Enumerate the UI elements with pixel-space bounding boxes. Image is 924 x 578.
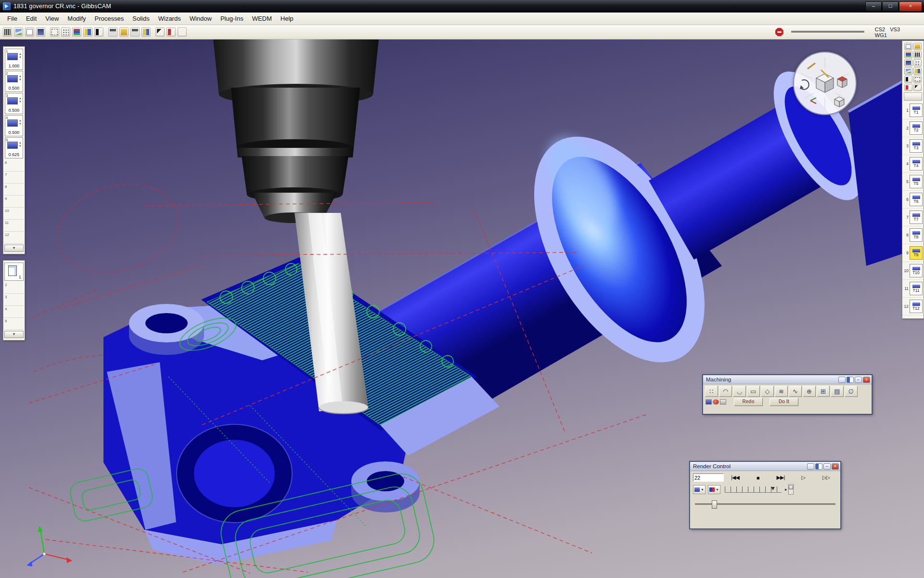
cs-list-icon[interactable]: [904, 51, 912, 58]
profiler-icon[interactable]: [913, 76, 922, 83]
tool-row[interactable]: 6T6: [902, 191, 924, 209]
menu-solids[interactable]: Solids: [128, 13, 154, 24]
spinner-icon[interactable]: ▲▼: [19, 119, 22, 126]
layers-icon[interactable]: [72, 27, 81, 37]
menu-wizards[interactable]: Wizards: [154, 13, 185, 24]
color-swatch-icon[interactable]: [83, 27, 92, 37]
close-button[interactable]: ×: [899, 1, 922, 12]
simulate-icon[interactable]: [904, 76, 912, 83]
tool-tile[interactable]: T8: [910, 228, 923, 242]
snap-grid-icon[interactable]: [61, 27, 70, 37]
step-arrow-icon[interactable]: ▸: [785, 487, 787, 492]
tool-row[interactable]: 3T3: [902, 137, 924, 155]
jump-start-button[interactable]: |◀◀: [724, 474, 746, 481]
help-icon[interactable]: [913, 84, 922, 91]
play-button[interactable]: ▷: [792, 474, 815, 481]
process-slot[interactable]: 8: [4, 184, 24, 196]
cs-slot[interactable]: 5: [4, 318, 24, 330]
spinner-icon[interactable]: ▲▼: [19, 53, 22, 59]
scroll-down-button[interactable]: ▼: [4, 331, 24, 338]
process-slot[interactable]: 10: [4, 208, 24, 220]
tool-tile[interactable]: T7: [910, 210, 923, 224]
body-bag-icon[interactable]: [904, 67, 912, 75]
palette-close-button[interactable]: ×: [863, 377, 870, 383]
roughing-icon[interactable]: ◡: [733, 386, 746, 397]
operations-icon[interactable]: [913, 59, 922, 66]
pocket-icon[interactable]: ▭: [747, 386, 760, 397]
window-titlebar[interactable]: 1831 governor CR.vnc - GibbsCAM – □ ×: [0, 0, 924, 13]
palette-minimize-button[interactable]: –: [823, 463, 831, 470]
menu-plugins[interactable]: Plug-Ins: [216, 13, 248, 24]
process-slot[interactable]: 11: [4, 220, 24, 232]
spinner-icon[interactable]: ▲▼: [19, 97, 22, 104]
print-icon[interactable]: [108, 27, 117, 37]
progress-handle[interactable]: [712, 500, 717, 509]
help-arrow-icon[interactable]: [178, 27, 187, 37]
spinner-icon[interactable]: ▲▼: [19, 75, 22, 81]
save-icon[interactable]: [36, 27, 45, 37]
spinner-icon[interactable]: ▲▼: [19, 141, 22, 148]
process-tile[interactable]: 4 ▲▼ 0.500: [5, 115, 23, 136]
threading-icon[interactable]: ≋: [775, 386, 788, 397]
contrast-icon[interactable]: [94, 27, 103, 37]
process-slot[interactable]: 12: [4, 232, 24, 244]
machining-palette-titlebar[interactable]: Machining – ×: [703, 375, 872, 384]
stop-op-icon[interactable]: [713, 399, 719, 405]
tool-row[interactable]: 2T2: [902, 119, 924, 137]
progress-slider[interactable]: [695, 499, 835, 508]
quality-slider[interactable]: [788, 484, 794, 495]
tool-tile[interactable]: T10: [910, 264, 923, 277]
menu-edit[interactable]: Edit: [22, 13, 41, 24]
tool-row[interactable]: 4T4: [902, 155, 924, 173]
palette-close-button[interactable]: ×: [832, 463, 839, 470]
tile-filter-button[interactable]: [904, 92, 922, 101]
redo-button[interactable]: Redo: [734, 398, 763, 406]
scroll-down-button[interactable]: ▼: [4, 245, 24, 252]
vop-icon[interactable]: ▤: [831, 386, 844, 397]
holes-icon[interactable]: ∷: [705, 386, 718, 397]
gibbscam-app-icon[interactable]: [3, 2, 11, 10]
toolpath-display-menu[interactable]: ▼: [708, 485, 720, 494]
process-slot[interactable]: 7: [4, 171, 24, 184]
dock-icon[interactable]: [807, 463, 814, 470]
menu-file[interactable]: File: [3, 13, 22, 24]
tool-row[interactable]: 8T8: [902, 226, 924, 244]
palette-icon[interactable]: [141, 27, 151, 37]
tool-tile[interactable]: T12: [910, 300, 923, 313]
tool-row[interactable]: 1T1: [902, 102, 924, 119]
printer-small-icon[interactable]: [130, 27, 140, 37]
cs-tile[interactable]: 1: [4, 263, 24, 281]
render-op-icon[interactable]: [720, 399, 726, 405]
tool-tile[interactable]: T6: [910, 193, 923, 206]
process-slot[interactable]: 9: [4, 196, 24, 208]
marquee-icon[interactable]: [50, 27, 59, 37]
process-tile[interactable]: 5 ▲▼ 0.625: [5, 137, 23, 158]
process-tile[interactable]: 1 ▲▼ 1.000: [5, 49, 23, 70]
toolbar-slider[interactable]: [791, 31, 864, 33]
document-icon[interactable]: [25, 27, 34, 37]
frame-number-input[interactable]: [693, 473, 724, 482]
plugins-icon[interactable]: [904, 84, 912, 91]
minimize-button[interactable]: –: [865, 1, 882, 12]
tool-tile[interactable]: T1: [910, 104, 923, 117]
tool-row[interactable]: 7T7: [902, 209, 924, 226]
new-part-icon[interactable]: [904, 43, 912, 50]
tool-tile[interactable]: T11: [910, 282, 923, 295]
view-cube-widget[interactable]: [793, 52, 857, 115]
do-it-button[interactable]: Do It: [770, 398, 798, 406]
tool-row[interactable]: 10T10: [902, 262, 924, 280]
tool-tile[interactable]: T2: [910, 121, 923, 135]
menu-wedm[interactable]: WEDM: [248, 13, 276, 24]
folder-icon[interactable]: [119, 27, 128, 37]
flowline-icon[interactable]: ∿: [789, 386, 802, 397]
menu-window[interactable]: Window: [185, 13, 216, 24]
maximize-button[interactable]: □: [882, 1, 898, 12]
surfacing-icon[interactable]: ◇: [761, 386, 774, 397]
quality-slider-handle[interactable]: [789, 486, 793, 489]
shade-icon[interactable]: [847, 377, 854, 383]
jump-end-button[interactable]: ▶▶|: [769, 474, 792, 481]
workgroup-icon[interactable]: [913, 51, 922, 58]
material-only-icon[interactable]: ∅: [845, 386, 858, 397]
tool-tile[interactable]: T4: [910, 157, 923, 171]
process-tile[interactable]: 3 ▲▼ 0.500: [5, 93, 23, 114]
